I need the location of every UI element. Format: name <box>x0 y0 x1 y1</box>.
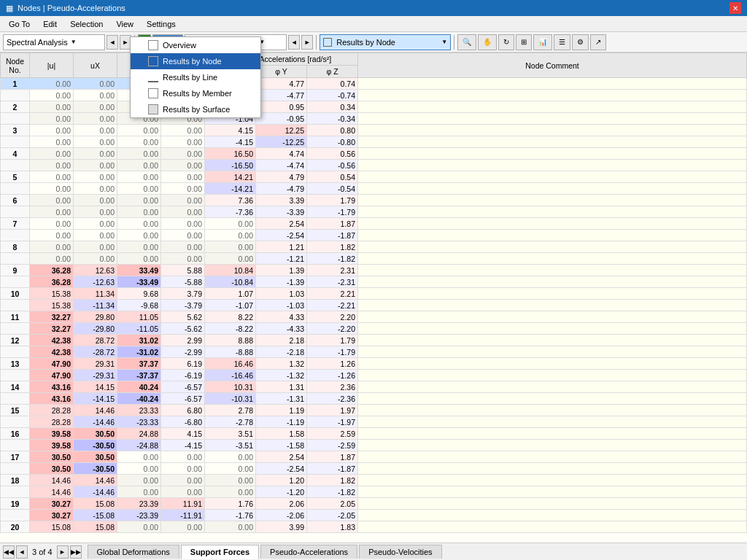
pan-btn[interactable]: ✋ <box>478 34 497 50</box>
rotate-btn[interactable]: ↻ <box>498 34 514 50</box>
settings-btn[interactable]: ⚙ <box>572 34 589 50</box>
tab-pseudo-accelerations[interactable]: Pseudo-Accelerations <box>260 545 357 559</box>
table-cell: 0.00 <box>161 451 205 463</box>
table-cell: 0.00 <box>117 171 161 183</box>
table-cell: -2.18 <box>256 346 307 358</box>
menu-settings[interactable]: Settings <box>141 18 182 30</box>
results-dropdown-menu: Overview Results by Node Results by Line… <box>130 36 261 118</box>
table-cell: 0.00 <box>30 78 74 90</box>
table-row: 0.000.000.000.00-7.36-3.39-1.79 <box>1 206 747 218</box>
table-cell: 0.00 <box>205 521 256 533</box>
dropdown-item-results-by-surface[interactable]: Results by Surface <box>131 101 260 117</box>
table-cell: 1.76 <box>205 498 256 510</box>
dropdown-item-overview[interactable]: Overview <box>131 37 260 53</box>
table-cell: 30.50 <box>30 463 74 475</box>
dropdown-item-results-by-line[interactable]: Results by Line <box>131 69 260 85</box>
tab-pseudo-velocities[interactable]: Pseudo-Velocities <box>359 545 441 559</box>
dropdown-item-results-by-member[interactable]: Results by Member <box>131 85 260 101</box>
node-comment-cell <box>358 335 747 346</box>
prev-spectral-btn[interactable]: ◄ <box>107 35 118 50</box>
table-cell: -5.88 <box>161 276 205 288</box>
table-row: 15.38-11.34-9.68-3.79-1.07-1.03-2.21 <box>1 300 747 311</box>
table-cell: 0.00 <box>30 113 74 125</box>
menu-view[interactable]: View <box>110 18 139 30</box>
table-cell: 16.46 <box>205 358 256 370</box>
header-abs: |u| <box>30 53 74 78</box>
table-cell: -11.34 <box>74 300 117 311</box>
window-icon: ▦ <box>6 4 13 13</box>
table-cell: -1.82 <box>307 253 358 265</box>
table-cell <box>1 370 30 381</box>
table-cell: -8.22 <box>205 323 256 335</box>
table-cell: 1.58 <box>256 428 307 440</box>
next-page-btn[interactable]: ► <box>57 545 69 559</box>
table-cell: -1.79 <box>307 346 358 358</box>
node-comment-cell <box>358 381 747 393</box>
menu-goto[interactable]: Go To <box>3 18 36 30</box>
table-cell: 1 <box>1 78 30 90</box>
dropdown-item-results-by-node[interactable]: Results by Node <box>131 53 260 69</box>
fit-btn[interactable]: ⊞ <box>516 34 532 50</box>
title-bar: ▦ Nodes | Pseudo-Accelerations ✕ <box>0 0 747 16</box>
data-table: NodeNo. |u| uX uY uZ Angular Acceleratio… <box>0 52 747 533</box>
table-cell: -4.15 <box>205 136 256 148</box>
table-cell: 0.00 <box>74 113 117 125</box>
tab-global-deformations[interactable]: Global Deformations <box>88 545 179 559</box>
table-cell: 47.90 <box>30 370 74 381</box>
table-cell: 8.88 <box>205 335 256 346</box>
menu-bar: Go To Edit Selection View Settings <box>0 16 747 32</box>
prev-page-btn[interactable]: ◄ <box>16 545 28 559</box>
node-comment-cell <box>358 451 747 463</box>
table-cell: 12 <box>1 335 30 346</box>
table-cell: -1.87 <box>307 463 358 475</box>
table-cell: 0.00 <box>117 230 161 241</box>
node-comment-cell <box>358 206 747 218</box>
arrow-btn[interactable]: ↗ <box>590 34 606 50</box>
first-page-btn[interactable]: ◀◀ <box>3 545 15 559</box>
scroll-container[interactable]: NodeNo. |u| uX uY uZ Angular Acceleratio… <box>0 52 747 542</box>
table-cell: 0.00 <box>74 125 117 136</box>
table-cell: -2.20 <box>307 323 358 335</box>
spectral-analysis-dropdown[interactable]: Spectral Analysis ▼ <box>3 34 105 50</box>
prev-response-btn[interactable]: ◄ <box>288 35 300 50</box>
node-comment-cell <box>358 486 747 498</box>
table-row: 30.27-15.08-23.39-11.91-1.76-2.06-2.05 <box>1 510 747 521</box>
table-cell: 0.00 <box>161 183 205 195</box>
table-cell: 3.51 <box>205 428 256 440</box>
table-cell: -1.20 <box>256 486 307 498</box>
next-response-btn[interactable]: ► <box>301 35 313 50</box>
table-cell: 0.54 <box>307 171 358 183</box>
results-dropdown[interactable]: Results by Node ▼ <box>320 34 451 50</box>
table-cell: 0.00 <box>161 171 205 183</box>
node-comment-cell <box>358 101 747 113</box>
table-cell: -4.15 <box>161 440 205 451</box>
table-cell: 0.00 <box>74 206 117 218</box>
table-cell: 0.00 <box>205 463 256 475</box>
results-label: Results by Node <box>336 38 395 47</box>
table-cell: 1.87 <box>307 451 358 463</box>
table-cell: 0.00 <box>30 230 74 241</box>
status-bar: ◀◀ ◄ 3 of 4 ► ▶▶ Global Deformations Sup… <box>0 542 747 560</box>
header-comment: Node Comment <box>358 53 747 78</box>
table-cell <box>1 206 30 218</box>
zoom-btn[interactable]: 🔍 <box>457 34 476 50</box>
menu-edit[interactable]: Edit <box>37 18 63 30</box>
tab-support-forces[interactable]: Support Forces <box>181 545 259 559</box>
table-cell: -1.76 <box>205 510 256 521</box>
table-cell: 0.00 <box>30 206 74 218</box>
table-cell: 2 <box>1 101 30 113</box>
close-button[interactable]: ✕ <box>729 2 741 14</box>
export-btn[interactable]: 📊 <box>533 34 552 50</box>
table-cell: -2.59 <box>307 440 358 451</box>
table-cell: -1.19 <box>256 416 307 428</box>
menu-selection[interactable]: Selection <box>64 18 109 30</box>
table-cell: 13 <box>1 358 30 370</box>
table-cell: 17 <box>1 451 30 463</box>
table-cell: -33.49 <box>117 276 161 288</box>
table-btn[interactable]: ☰ <box>554 34 570 50</box>
table-cell: -10.31 <box>205 393 256 405</box>
table-cell: -2.06 <box>256 510 307 521</box>
table-cell: 0.00 <box>161 241 205 253</box>
last-page-btn[interactable]: ▶▶ <box>70 545 82 559</box>
table-cell: -1.82 <box>307 486 358 498</box>
